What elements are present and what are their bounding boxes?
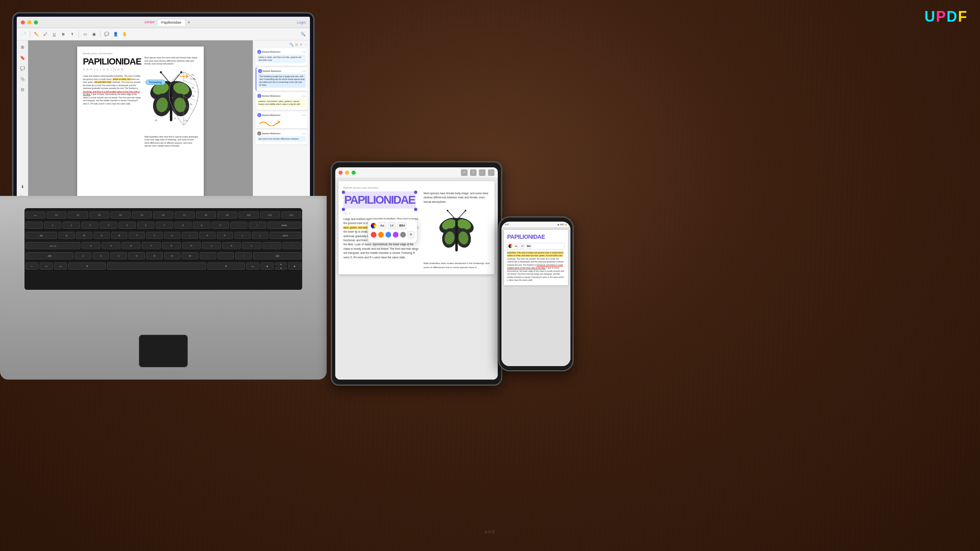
key-f8[interactable]: F8 (196, 211, 216, 219)
key-i[interactable]: I (182, 232, 198, 239)
key-d[interactable]: D (122, 242, 140, 249)
key-backtick[interactable]: ` (25, 222, 43, 229)
ipad-tb-format[interactable]: T (470, 169, 477, 176)
key-bracket-r[interactable]: ] (252, 232, 268, 239)
key-b[interactable]: B (146, 252, 163, 260)
key-arrow-u[interactable]: ▲ (275, 262, 287, 266)
key-fn[interactable]: fn (25, 262, 38, 270)
color-swatch-orange[interactable] (378, 232, 384, 238)
key-l[interactable]: L (242, 242, 261, 249)
iphone-fmt-biu[interactable]: BIU (526, 244, 532, 249)
sidebar-icon-attachments[interactable]: 📎 (18, 75, 27, 83)
key-cmd-r[interactable]: ⌘ (207, 262, 245, 270)
key-semicolon[interactable]: ; (263, 242, 281, 249)
selection-handle-br[interactable] (414, 208, 417, 211)
key-f4[interactable]: F4 (111, 211, 131, 219)
key-t[interactable]: T (129, 232, 145, 239)
pdf-right-panel[interactable]: 🔍 ⊞ ⬇ ⋯ D Darlene Robertson 15:34 yellow… (253, 40, 310, 204)
format-btn-size[interactable]: 14 (388, 222, 396, 229)
key-caps[interactable]: caps lock (25, 242, 80, 249)
sidebar-icon-pages[interactable]: ⊞ (18, 43, 27, 51)
color-swatch-purple[interactable] (393, 232, 399, 238)
sidebar-icon-bottom[interactable]: ⬇ (18, 182, 27, 191)
selection-handle-tl[interactable] (342, 191, 345, 194)
key-option[interactable]: opt (54, 262, 67, 270)
key-0[interactable]: 0 (212, 222, 229, 229)
close-button[interactable] (21, 20, 25, 24)
key-option-r[interactable]: opt (246, 262, 259, 270)
toolbar-edit-icon[interactable]: ✏️ (33, 31, 40, 38)
key-esc[interactable]: esc (25, 211, 45, 219)
key-j[interactable]: J (202, 242, 221, 249)
key-f2[interactable]: F2 (68, 211, 88, 219)
key-c[interactable]: C (110, 252, 127, 260)
key-period[interactable]: . (218, 252, 234, 260)
ipad-tb-pencil[interactable]: ✏ (461, 169, 468, 176)
maximize-button[interactable] (34, 20, 38, 24)
key-5[interactable]: 5 (118, 222, 136, 229)
key-tab[interactable]: tab (25, 232, 57, 239)
toolbar-search-icon[interactable]: 🔍 (299, 31, 307, 38)
key-p[interactable]: P (217, 232, 233, 239)
toolbar-text-icon[interactable]: T (69, 31, 76, 38)
selection-handle-tr[interactable] (414, 191, 417, 194)
ipad-tb-close[interactable] (339, 171, 343, 175)
ipad-tb-max[interactable] (352, 171, 356, 175)
minimize-button[interactable] (27, 20, 31, 24)
toolbar-eraser-icon[interactable]: ◉ (90, 31, 98, 38)
iphone-fmt-size[interactable]: 14 (520, 244, 525, 249)
ipad-tb-share[interactable]: ↑ (479, 169, 486, 176)
selection-handle-bl[interactable] (342, 208, 345, 211)
key-6[interactable]: 6 (137, 222, 155, 229)
key-x[interactable]: X (93, 252, 109, 260)
toolbar-bold-icon[interactable]: B (60, 31, 67, 38)
key-7[interactable]: 7 (156, 222, 173, 229)
filter-icon-panel[interactable]: ⊞ (295, 43, 298, 47)
more-icon-panel[interactable]: ⋯ (304, 43, 307, 47)
sidebar-icon-layers[interactable]: ⊟ (18, 85, 27, 93)
window-tab-active[interactable]: Papilionidae (157, 19, 186, 26)
key-a[interactable]: A (82, 242, 100, 249)
key-f5[interactable]: F5 (132, 211, 152, 219)
key-o[interactable]: O (199, 232, 216, 239)
key-z[interactable]: Z (75, 252, 91, 260)
search-icon-panel[interactable]: 🔍 (290, 43, 294, 47)
toolbar-hand-icon[interactable]: ✋ (121, 31, 128, 38)
toolbar-user-icon[interactable]: 👤 (112, 31, 119, 38)
key-slash[interactable]: / (235, 252, 252, 260)
new-tab-button[interactable]: + (187, 20, 190, 25)
key-equals[interactable]: = (249, 222, 266, 229)
key-y[interactable]: Y (146, 232, 163, 239)
key-3[interactable]: 3 (81, 222, 99, 229)
iphone-color-wheel[interactable] (508, 244, 512, 248)
key-n[interactable]: N (164, 252, 181, 260)
key-arrow-d[interactable]: ▼ (275, 267, 287, 270)
toolbar-underline-icon[interactable]: U (51, 31, 58, 38)
toolbar-page-icon[interactable]: 📄 (20, 31, 27, 38)
format-btn-biu[interactable]: BIU (397, 222, 407, 229)
key-control[interactable]: ctrl (40, 262, 53, 270)
key-f1[interactable]: F1 (47, 211, 67, 219)
key-f[interactable]: F (142, 242, 160, 249)
download-icon-panel[interactable]: ⬇ (300, 43, 303, 47)
key-bracket-l[interactable]: [ (234, 232, 251, 239)
key-q[interactable]: Q (58, 232, 75, 239)
key-s[interactable]: S (102, 242, 120, 249)
key-u[interactable]: U (164, 232, 180, 239)
key-f9[interactable]: F9 (217, 211, 237, 219)
toolbar-shape-icon[interactable]: ▭ (81, 31, 89, 38)
ipad-tb-min[interactable] (345, 171, 349, 175)
sidebar-icon-bookmarks[interactable]: 🔖 (18, 53, 27, 62)
key-r[interactable]: R (111, 232, 127, 239)
key-f7[interactable]: F7 (175, 211, 195, 219)
key-quote[interactable]: ' (283, 242, 301, 249)
color-dot-red[interactable] (371, 223, 376, 229)
color-swatch-blue[interactable] (385, 232, 391, 238)
key-v[interactable]: V (128, 252, 145, 260)
key-return[interactable]: return (270, 232, 301, 239)
login-button[interactable]: Login (297, 20, 306, 24)
trackpad[interactable] (139, 335, 188, 367)
key-f11[interactable]: F11 (260, 211, 280, 219)
key-shift-l[interactable]: shift (25, 252, 74, 260)
key-minus[interactable]: - (230, 222, 248, 229)
